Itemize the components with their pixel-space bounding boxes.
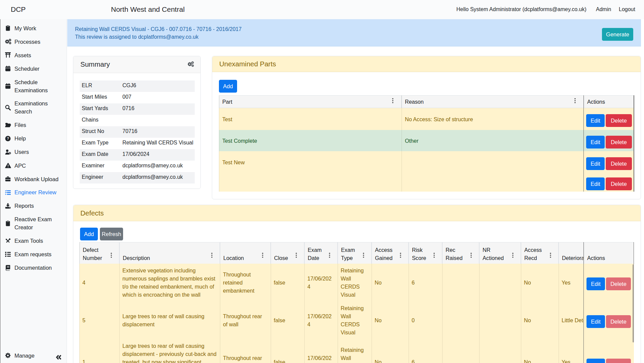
svg-text:?: ? (7, 136, 9, 140)
